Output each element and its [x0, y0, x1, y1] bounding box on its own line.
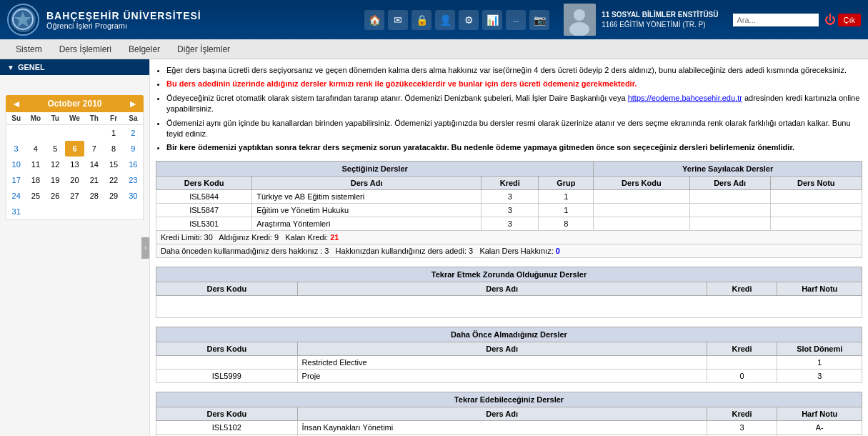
cal-day-w3d3[interactable]: 20	[65, 172, 84, 188]
cal-day-w3d5[interactable]: 22	[104, 172, 123, 188]
row3-ykod	[594, 217, 689, 230]
al-row1-kredi	[707, 355, 777, 369]
calendar-prev-button[interactable]: ◄	[11, 98, 21, 109]
cal-day-w5d5	[104, 204, 123, 219]
settings-icon[interactable]: ⚙	[459, 10, 479, 30]
cal-day-w5d6	[124, 204, 143, 219]
cal-day-w4d3[interactable]: 27	[65, 188, 84, 204]
cal-day-w0d6[interactable]: 2	[124, 125, 143, 141]
te-row1-ad: İnsan Kaynakları Yönetimi	[297, 420, 707, 434]
tz-col-kredi: Kredi	[707, 282, 777, 295]
cal-day-w1d3[interactable]: 6	[65, 141, 84, 157]
tekrar-edebilir-col-headers: Ders Kodu Ders Adı Kredi Harf Notu	[156, 407, 862, 420]
cal-day-w0d4	[84, 125, 104, 141]
cal-day-w1d2[interactable]: 5	[46, 141, 65, 157]
user-icon[interactable]: 👤	[435, 10, 455, 30]
al-row2-slot: 3	[777, 369, 862, 382]
header-icon-bar: 🏠 ✉ 🔒 👤 ⚙ 📊 ... 📷	[364, 10, 549, 30]
tekrar-edebilir-table: Tekrar Edebileceğiniz Dersler Ders Kodu …	[156, 392, 862, 436]
header-right: ⏻ Çık	[733, 14, 862, 26]
row2-kredi: 3	[482, 203, 539, 217]
row3-ynot	[770, 217, 862, 230]
cal-day-w4d4[interactable]: 28	[84, 188, 104, 204]
user-avatar	[564, 4, 596, 36]
te-row1-kredi: 3	[707, 420, 777, 434]
sidebar-collapse-handle[interactable]: ‹	[141, 237, 150, 259]
kalan-kredi-val: 21	[330, 233, 339, 242]
tz-col-harf: Harf Notu	[777, 282, 862, 295]
cal-day-w1d0[interactable]: 3	[6, 141, 26, 157]
lock-icon[interactable]: 🔒	[411, 10, 431, 30]
calendar-day-names: Su Mo Tu We Th Fr Sa	[6, 112, 143, 125]
cal-day-w5d0[interactable]: 31	[6, 204, 26, 219]
cal-day-w0d5[interactable]: 1	[104, 125, 123, 141]
al-row1-slot: 1	[777, 355, 862, 369]
cal-day-w2d3[interactable]: 13	[65, 157, 84, 172]
tz-col-ad: Ders Adı	[297, 282, 707, 295]
cal-day-w1d6[interactable]: 9	[124, 141, 143, 157]
cal-day-w0d3	[65, 125, 84, 141]
cal-day-w4d6[interactable]: 30	[124, 188, 143, 204]
secilen-row-2: ISL5847 Eğitim ve Yönetim Hukuku 3 1	[156, 203, 862, 217]
cal-day-w4d2[interactable]: 26	[46, 188, 65, 204]
tekrar-edebilir-header: Tekrar Edebileceğiniz Dersler	[156, 392, 862, 407]
tekrar-zorunda-header: Tekrar Etmek Zorunda Olduğunuz Dersler	[156, 267, 862, 282]
photo-icon[interactable]: 📷	[529, 10, 549, 30]
search-input[interactable]	[733, 14, 819, 26]
cal-day-w2d6[interactable]: 16	[124, 157, 143, 172]
cal-day-w0d0	[6, 125, 26, 141]
cal-day-w0d1	[26, 125, 45, 141]
nav-sistem[interactable]: Sistem	[7, 41, 51, 58]
al-col-slot: Slot Dönemi	[777, 342, 862, 355]
calendar-next-button[interactable]: ►	[128, 98, 138, 109]
cal-day-w4d0[interactable]: 24	[6, 188, 26, 204]
col-y-ders-kodu: Ders Kodu	[594, 176, 689, 189]
cal-day-w1d4[interactable]: 7	[84, 141, 104, 157]
row1-grup: 1	[539, 189, 594, 203]
al-row2-ad: Proje	[297, 369, 707, 382]
nav-belgeler[interactable]: Belgeler	[120, 41, 169, 58]
cal-day-w2d4[interactable]: 14	[84, 157, 104, 172]
cal-day-w2d0[interactable]: 10	[6, 157, 26, 172]
chart-icon[interactable]: 📊	[482, 10, 502, 30]
nav-ders-islemleri[interactable]: Ders İşlemleri	[51, 41, 120, 58]
home-icon[interactable]: 🏠	[364, 10, 384, 30]
sidebar: ▼ GENEL ◄ October 2010 ► Su Mo Tu We Th …	[0, 59, 150, 436]
secilen-dersler-col-headers: Ders Kodu Ders Adı Kredi Grup Ders Kodu …	[156, 176, 862, 189]
row2-ykod	[594, 203, 689, 217]
cal-day-w2d5[interactable]: 15	[104, 157, 123, 172]
nav-diger-islemler[interactable]: Diğer İşlemler	[169, 41, 239, 58]
info-bullet-5: Bir kere ödemenizi yaptıktan sonra tekra…	[166, 142, 862, 153]
summary-row-1: Kredi Limiti: 30 Aldığınız Kredi: 9 Kala…	[156, 230, 862, 244]
svg-point-3	[574, 9, 585, 21]
cal-day-w2d1[interactable]: 11	[26, 157, 45, 172]
cal-day-w1d5[interactable]: 8	[104, 141, 123, 157]
sidebar-section-genel[interactable]: ▼ GENEL	[0, 59, 149, 75]
sidebar-section-label: GENEL	[18, 63, 45, 71]
cal-day-w2d2[interactable]: 12	[46, 157, 65, 172]
row2-yad	[689, 203, 770, 217]
tz-col-kod: Ders Kodu	[156, 282, 298, 295]
secilen-dersler-title: Seçtiğiniz Dersler	[156, 161, 594, 176]
cal-day-w0d2	[46, 125, 65, 141]
cal-day-w3d6[interactable]: 23	[124, 172, 143, 188]
mail-icon[interactable]: ✉	[388, 10, 408, 30]
cal-dayname-we: We	[65, 112, 84, 125]
cal-day-w3d0[interactable]: 17	[6, 172, 26, 188]
row3-ad: Araştırma Yöntemleri	[252, 217, 482, 230]
exit-button[interactable]: Çık	[838, 14, 862, 26]
summary-row-2: Daha önceden kullanmadığınız ders hakkın…	[156, 244, 862, 257]
cal-day-w3d4[interactable]: 21	[84, 172, 104, 188]
cal-day-w4d5[interactable]: 29	[104, 188, 123, 204]
cal-day-w3d2[interactable]: 19	[46, 172, 65, 188]
info-bullet-3: Ödeyeceğiniz ücret otomatik olarak siste…	[166, 93, 862, 115]
payment-link[interactable]: https://eodeme.bahcesehir.edu.tr	[628, 94, 742, 102]
te-col-harf: Harf Notu	[777, 407, 862, 420]
te-col-kod: Ders Kodu	[156, 407, 298, 420]
cal-day-w4d1[interactable]: 25	[26, 188, 45, 204]
yerine-sayilacak-title: Yerine Sayılacak Dersler	[594, 161, 862, 176]
tz-empty-row	[156, 295, 862, 317]
cal-day-w3d1[interactable]: 18	[26, 172, 45, 188]
cal-day-w1d1[interactable]: 4	[26, 141, 45, 157]
secilen-row-1: ISL5844 Türkiye ve AB Eğitim sistemleri …	[156, 189, 862, 203]
